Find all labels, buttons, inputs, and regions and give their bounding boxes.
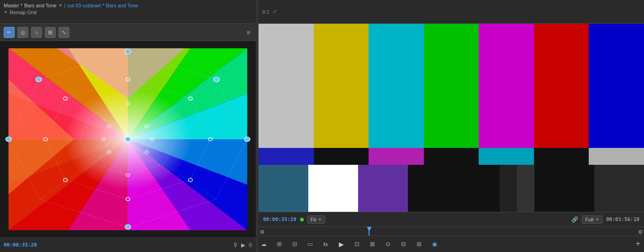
remap-chevron[interactable]: ▼ <box>4 10 8 15</box>
bar-white <box>259 24 314 148</box>
timeline-playhead-line <box>369 227 370 236</box>
bar-green <box>424 24 479 148</box>
svg-point-41 <box>63 97 68 100</box>
pluge-teal <box>259 165 308 212</box>
pluge-black2 <box>534 165 594 212</box>
svg-point-46 <box>102 138 105 141</box>
full-dropdown[interactable]: Full ▼ <box>582 215 602 224</box>
svg-point-34 <box>126 78 130 81</box>
ripple-button[interactable]: ⊠ <box>367 239 377 249</box>
toolbar: ✏ ◎ ○ ⊞ ⤡ ≡ <box>0 24 256 41</box>
link-icon[interactable]: 🔗 <box>571 216 578 223</box>
menu-button[interactable]: ≡ <box>245 27 252 38</box>
fit-label: Fit <box>311 217 316 222</box>
mid-black1 <box>314 148 369 165</box>
mid-white2 <box>589 148 644 165</box>
svg-point-44 <box>151 138 154 141</box>
timeline-end-dot <box>639 230 642 234</box>
video-preview[interactable] <box>259 24 644 212</box>
svg-point-37 <box>189 178 193 181</box>
svg-marker-20 <box>9 51 248 228</box>
svg-marker-3 <box>128 48 190 139</box>
pen-tool-button[interactable]: ✏ <box>4 27 15 38</box>
play-icon-btn[interactable]: ▶ <box>241 242 245 248</box>
export-icon-btn[interactable]: ⎘ <box>249 242 252 248</box>
color-wheel-svg[interactable] <box>0 41 256 237</box>
bars-tone-label[interactable]: Bars and Tone <box>24 3 57 8</box>
left-panel: Master * Bars and Tone ▼ | cut 03 cutdow… <box>0 0 256 252</box>
filter-icon-btn[interactable]: ⊽ <box>233 242 238 248</box>
snap-button[interactable]: ⊟ <box>290 239 300 249</box>
svg-marker-7 <box>128 139 247 185</box>
mid-black2 <box>424 148 479 165</box>
svg-marker-19 <box>9 79 74 194</box>
timecode-left: 00:00:33:20 <box>4 242 37 248</box>
svg-marker-8 <box>128 139 247 230</box>
effects-button[interactable]: fx <box>321 239 331 249</box>
insert-button[interactable]: ⊡ <box>352 239 362 249</box>
overlay-button[interactable]: ⊞ <box>414 239 424 249</box>
timeline-expand-icon[interactable]: ⤢ <box>273 9 277 15</box>
timeline-header: 9:2 ⤢ <box>259 0 644 24</box>
bottom-toolbar: ☁ ⊞ ⊟ ▭ fx ▶ ⊡ ⊠ ⊙ ⊟ ⊞ ◉ + <box>259 236 644 252</box>
svg-point-29 <box>214 77 219 82</box>
svg-point-49 <box>107 151 111 153</box>
svg-marker-16 <box>9 48 128 139</box>
color-wheel-container[interactable] <box>0 41 256 237</box>
remap-grid-label: Remap Grid <box>10 10 37 15</box>
svg-point-42 <box>125 137 131 142</box>
pluge-white <box>308 165 358 212</box>
circle-tool-button[interactable]: ◎ <box>17 27 28 38</box>
breadcrumb-chevron[interactable]: ▼ <box>58 3 63 8</box>
bulb-tool-button[interactable]: ○ <box>31 27 42 38</box>
pluge-black1 <box>408 165 482 212</box>
smpte-middle-bars <box>259 148 644 165</box>
bar-red <box>534 24 589 148</box>
timeline-start-dot <box>260 230 264 234</box>
svg-marker-6 <box>128 94 247 139</box>
timecode-total: 00:01:56:18 <box>606 216 639 222</box>
fit-dropdown[interactable]: Fit ▼ <box>307 215 325 224</box>
grid-tool-button[interactable]: ⊞ <box>45 27 56 38</box>
svg-point-36 <box>208 137 212 141</box>
scope-button[interactable]: ◉ <box>429 239 439 249</box>
camera-button[interactable]: ⊙ <box>383 239 393 249</box>
storyboard-button[interactable]: ⊞ <box>274 239 284 249</box>
svg-marker-22 <box>79 103 176 175</box>
svg-point-35 <box>189 97 193 100</box>
svg-marker-4 <box>128 48 247 139</box>
mid-cyan2 <box>479 148 534 165</box>
pluge-d2 <box>500 165 517 212</box>
cut-label[interactable]: cut 03 cutdown * Bars and Tone <box>68 3 138 8</box>
expand-tool-button[interactable]: ⤡ <box>58 27 69 38</box>
add-button[interactable]: + <box>635 239 640 249</box>
svg-point-33 <box>5 137 11 142</box>
svg-point-45 <box>126 174 129 177</box>
svg-marker-14 <box>9 139 128 185</box>
trim-button[interactable]: ▭ <box>305 239 315 249</box>
svg-marker-23 <box>103 120 152 158</box>
play-button[interactable]: ▶ <box>336 239 346 249</box>
svg-point-47 <box>145 125 148 128</box>
smpte-bars <box>259 24 644 212</box>
multicam-button[interactable]: ⊟ <box>398 239 408 249</box>
cloud-button[interactable]: ☁ <box>259 239 269 249</box>
svg-marker-9 <box>128 139 247 230</box>
mid-black3 <box>534 148 589 165</box>
pluge-purple <box>358 165 408 212</box>
svg-line-26 <box>40 79 216 199</box>
fit-chevron: ▼ <box>318 217 322 222</box>
master-label: Master * <box>4 3 22 8</box>
svg-line-27 <box>40 79 216 199</box>
svg-point-31 <box>125 225 131 229</box>
svg-marker-10 <box>128 139 190 230</box>
svg-point-38 <box>126 197 130 200</box>
mid-blue <box>259 148 314 165</box>
top-bar: Master * Bars and Tone ▼ | cut 03 cutdow… <box>0 0 256 24</box>
svg-marker-0 <box>9 48 128 139</box>
video-controls: 00:00:33:20 Fit ▼ 🔗 Full ▼ 00:01:56:18 <box>259 212 644 226</box>
full-label: Full <box>585 217 593 222</box>
bar-blue <box>589 24 644 148</box>
timeline-ruler[interactable] <box>259 226 644 236</box>
timeline-position: 9:2 <box>262 9 269 15</box>
